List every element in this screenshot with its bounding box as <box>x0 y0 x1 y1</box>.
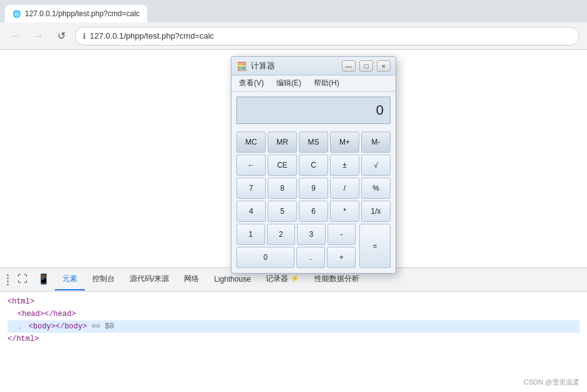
tab-recorder-label: 记录器 ⚡ <box>266 274 299 284</box>
memory-row: MC MR MS M+ M- <box>236 131 391 153</box>
code-line-3: … <body></body> == $0 <box>7 320 580 333</box>
code-tag: <html> <box>7 297 34 306</box>
btn-backspace[interactable]: ← <box>236 155 266 176</box>
calc-display: 0 <box>236 97 391 124</box>
btn-mplus[interactable]: M+ <box>330 131 359 153</box>
row-3: 7 8 9 / % <box>236 178 391 199</box>
row-5: 1 2 3 - 0 . + = <box>236 224 391 268</box>
tab-title: 127.0.0.1/phpp/test.php?cmd=calc <box>25 9 140 18</box>
calc-menubar: 查看(V) 编辑(E) 帮助(H) <box>231 75 395 92</box>
btn-sqrt[interactable]: √ <box>361 155 391 176</box>
btn-minus[interactable]: - <box>327 224 356 245</box>
menu-view[interactable]: 查看(V) <box>236 77 266 90</box>
btn-3[interactable]: 3 <box>297 224 326 245</box>
menu-help[interactable]: 帮助(H) <box>311 77 342 90</box>
devtools-content: <html> <head></head> … <body></body> == … <box>0 292 587 392</box>
row-4: 4 5 6 * 1/x <box>236 201 391 222</box>
inspect-icon: ⛶ <box>17 274 27 285</box>
btn-plus[interactable]: + <box>327 247 356 268</box>
address-bar[interactable]: ℹ 127.0.0.1/phpp/test.php?cmd=calc <box>75 27 580 45</box>
btn-0[interactable]: 0 <box>236 247 294 268</box>
btn-8[interactable]: 8 <box>268 178 297 199</box>
row-2: ← CE C ± √ <box>236 155 391 176</box>
btn-reciprocal[interactable]: 1/x <box>361 201 391 222</box>
browser-tabs: 🌐 127.0.0.1/phpp/test.php?cmd=calc <box>0 0 587 22</box>
tab-network-label: 网络 <box>184 274 199 284</box>
resize-handle[interactable] <box>2 268 12 292</box>
watermark: CSDN @雪里温柔 <box>524 378 580 387</box>
tab-perf-label: 性能数据分析 <box>314 274 359 284</box>
close-button[interactable]: × <box>377 60 391 72</box>
btn-mr[interactable]: MR <box>268 131 297 153</box>
calc-titlebar: 🧮 计算器 — □ × <box>231 57 395 75</box>
browser-window: 🌐 127.0.0.1/phpp/test.php?cmd=calc ← → ↺… <box>0 0 587 392</box>
btn-mc[interactable]: MC <box>236 131 266 153</box>
btn-7[interactable]: 7 <box>236 178 266 199</box>
back-button[interactable]: ← <box>7 27 25 45</box>
tab-source[interactable]: 源代码/来源 <box>122 269 177 290</box>
active-tab[interactable]: 🌐 127.0.0.1/phpp/test.php?cmd=calc <box>5 5 147 22</box>
calc-app-icon: 🧮 <box>236 61 247 71</box>
btn-divide[interactable]: / <box>330 178 359 199</box>
btn-c[interactable]: C <box>299 155 328 176</box>
maximize-button[interactable]: □ <box>359 60 373 72</box>
btn-dot[interactable]: . <box>296 247 325 268</box>
browser-toolbar: ← → ↺ ℹ 127.0.0.1/phpp/test.php?cmd=calc <box>0 22 587 50</box>
display-value: 0 <box>376 102 384 118</box>
tab-elements[interactable]: 元素 <box>55 269 85 290</box>
btn-1[interactable]: 1 <box>236 224 265 245</box>
btn-equals[interactable]: = <box>359 224 391 268</box>
forward-button[interactable]: → <box>30 27 47 45</box>
device-icon: 📱 <box>37 273 50 285</box>
tab-lighthouse-label: Lighthouse <box>214 275 251 284</box>
btn-ms[interactable]: MS <box>299 131 328 153</box>
code-tag: <body></body> <box>29 322 87 331</box>
code-line-1: <html> <box>7 295 580 308</box>
btn-ce[interactable]: CE <box>268 155 297 176</box>
btn-percent[interactable]: % <box>361 178 391 199</box>
btn-6[interactable]: 6 <box>299 201 328 222</box>
tab-elements-label: 元素 <box>62 274 77 284</box>
btn-multiply[interactable]: * <box>330 201 359 222</box>
reload-button[interactable]: ↺ <box>52 27 70 45</box>
tab-device-icon[interactable]: 📱 <box>32 269 55 290</box>
calc-title: 计算器 <box>251 60 338 72</box>
btn-mminus[interactable]: M- <box>361 131 391 153</box>
code-dollar: == $0 <box>92 322 114 331</box>
ellipsis: … <box>17 323 22 330</box>
watermark-text: CSDN @雪里温柔 <box>524 378 580 386</box>
code-line-4: </html> <box>7 333 580 345</box>
tab-source-label: 源代码/来源 <box>130 274 169 284</box>
row-5-inner: 1 2 3 - <box>236 224 356 245</box>
btn-sign[interactable]: ± <box>330 155 359 176</box>
tab-console[interactable]: 控制台 <box>85 269 122 290</box>
lock-icon: ℹ <box>83 32 86 41</box>
url-text: 127.0.0.1/phpp/test.php?cmd=calc <box>90 31 214 41</box>
calc-buttons: MC MR MS M+ M- ← CE C ± √ 7 8 <box>231 129 395 273</box>
btn-5[interactable]: 5 <box>268 201 297 222</box>
btn-4[interactable]: 4 <box>236 201 266 222</box>
tab-console-label: 控制台 <box>92 274 115 284</box>
btn-9[interactable]: 9 <box>299 178 328 199</box>
btn-2[interactable]: 2 <box>267 224 296 245</box>
browser-chrome: 🌐 127.0.0.1/phpp/test.php?cmd=calc ← → ↺… <box>0 0 587 50</box>
row-6-inner: 0 . + <box>236 247 356 268</box>
tab-inspect-icon[interactable]: ⛶ <box>12 269 32 290</box>
minimize-button[interactable]: — <box>342 60 356 72</box>
menu-edit[interactable]: 编辑(E) <box>274 77 304 90</box>
tab-network[interactable]: 网络 <box>177 269 206 290</box>
code-tag: <head></head> <box>17 310 76 318</box>
devtools-panel: ⛶ 📱 元素 控制台 源代码/来源 网络 Lighthouse <box>0 267 587 392</box>
calculator-window: 🧮 计算器 — □ × 查看(V) 编辑(E) 帮助(H) 0 MC <box>231 56 396 274</box>
code-tag: </html> <box>7 335 39 343</box>
code-line-2: <head></head> <box>7 308 580 320</box>
main-area: 🧮 计算器 — □ × 查看(V) 编辑(E) 帮助(H) 0 MC <box>0 50 587 392</box>
